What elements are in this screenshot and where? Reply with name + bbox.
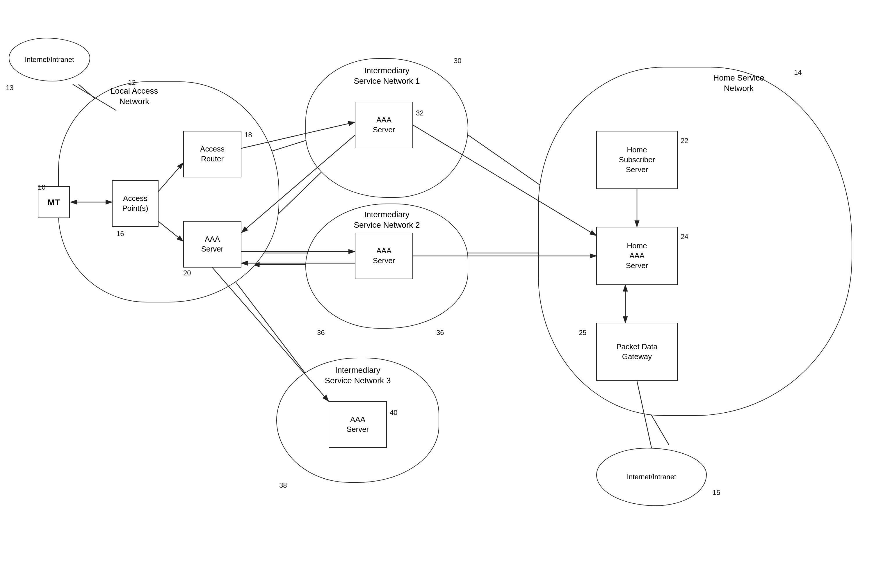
aaa-server-int3-box: AAAServer (329, 401, 387, 448)
ref-16: 16 (116, 230, 124, 238)
ref-30: 30 (454, 57, 462, 65)
access-point-label: AccessPoint(s) (122, 194, 148, 213)
home-aaa-server-label: HomeAAAServer (626, 241, 648, 270)
internet-intranet-right-label: Internet/Intranet (627, 472, 676, 481)
ref-14: 14 (794, 68, 802, 76)
aaa-server-int2-label: AAAServer (373, 246, 395, 266)
aaa-server-int2-box: AAAServer (355, 232, 413, 279)
diagram: Internet/Intranet 13 Local AccessNetwork… (0, 0, 874, 588)
ref-22: 22 (681, 136, 688, 145)
home-subscriber-server-box: HomeSubscriberServer (596, 131, 678, 189)
packet-data-gateway-box: Packet DataGateway (596, 323, 678, 381)
aaa-server-int1-box: AAAServer (355, 102, 413, 148)
intermediary2-label: IntermediaryService Network 2 (314, 209, 460, 231)
home-subscriber-server-label: HomeSubscriberServer (619, 145, 655, 174)
access-router-box: AccessRouter (183, 131, 241, 177)
ref-12: 12 (128, 78, 136, 87)
ref-36: 36 (317, 328, 325, 337)
home-service-network-label: Home ServiceNetwork (684, 73, 794, 94)
ref-15: 15 (712, 489, 720, 497)
ref-25: 25 (579, 328, 587, 337)
ref-40: 40 (390, 409, 397, 417)
home-service-network-cloud (538, 67, 852, 416)
packet-data-gateway-label: Packet DataGateway (616, 342, 658, 362)
local-access-network-label: Local AccessNetwork (111, 86, 158, 107)
internet-intranet-left-cloud: Internet/Intranet (9, 38, 90, 81)
ref-20: 20 (183, 269, 191, 277)
ref-32: 32 (416, 109, 424, 117)
local-access-network-cloud (58, 81, 279, 302)
ref-34: 36 (436, 328, 444, 337)
intermediary1-label: IntermediaryService Network 1 (323, 65, 451, 87)
aaa-server-local-label: AAAServer (201, 234, 224, 254)
access-point-box: AccessPoint(s) (112, 180, 159, 227)
home-aaa-server-box: HomeAAAServer (596, 227, 678, 285)
ref-10: 10 (38, 183, 46, 191)
ref-13: 13 (6, 84, 13, 92)
ref-24: 24 (681, 232, 688, 241)
aaa-server-local-box: AAAServer (183, 221, 241, 267)
internet-intranet-right-cloud: Internet/Intranet (596, 448, 707, 506)
aaa-server-int3-label: AAAServer (347, 415, 369, 435)
ref-18: 18 (244, 131, 252, 139)
mt-label: MT (47, 196, 60, 208)
access-router-label: AccessRouter (200, 144, 225, 164)
intermediary3-label: IntermediaryService Network 3 (282, 365, 433, 386)
aaa-server-int1-label: AAAServer (373, 115, 395, 135)
internet-intranet-left-label: Internet/Intranet (25, 55, 74, 64)
ref-38: 38 (279, 481, 287, 489)
